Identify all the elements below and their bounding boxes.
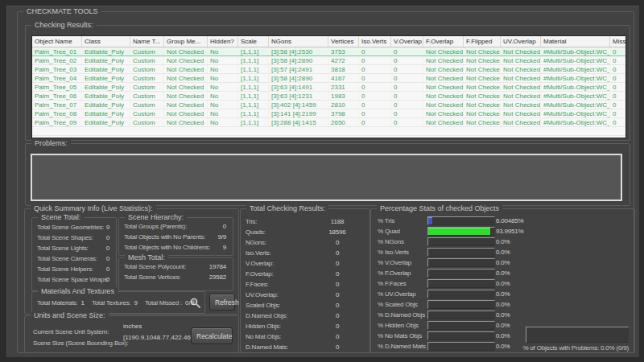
view-missed-button[interactable]: [189, 297, 201, 309]
percentage-bar: [427, 227, 495, 236]
column-header[interactable]: V.Overlap: [391, 36, 423, 47]
table-cell: Not Checked: [423, 101, 464, 109]
table-cell: 0: [610, 47, 627, 56]
stat-row: UV.Overlap:0: [241, 290, 369, 301]
column-header[interactable]: Class: [82, 36, 130, 47]
table-cell: Custom: [130, 118, 164, 127]
table-cell: 0: [359, 56, 391, 65]
table-cell: 0: [610, 65, 627, 74]
column-header[interactable]: Object Name: [32, 36, 82, 47]
column-header[interactable]: Hidden?: [208, 36, 238, 47]
percentage-bar: [427, 279, 495, 288]
mesh-total-group: Mesh Total: Total Scene Polycount:19784T…: [118, 257, 233, 291]
table-row[interactable]: Palm_Tree_05Editable_PolyCustomNot Check…: [32, 83, 626, 92]
problems-listbox[interactable]: [31, 154, 622, 201]
percentage-row: % F.Faces0.0%: [371, 278, 564, 289]
stat-value: 0: [320, 343, 355, 351]
table-cell: 0: [359, 74, 391, 83]
table-cell: Not Checked: [501, 92, 541, 101]
stat-row: Scaled Objs:0: [241, 301, 369, 311]
stat-label: Scaled Objs:: [246, 302, 280, 309]
table-cell: Not Checked: [164, 92, 208, 101]
stat-value: 0: [320, 270, 355, 278]
percentage-label: % F.Overlap: [378, 269, 411, 277]
stat-label: Total Groups (Parents):: [124, 223, 187, 230]
percentage-value: 0.0%: [496, 322, 510, 329]
column-header[interactable]: Vertices: [328, 36, 359, 47]
column-header[interactable]: Material: [541, 36, 610, 47]
table-cell: Not Checked: [423, 83, 464, 92]
table-cell: Not Checked: [464, 56, 501, 65]
column-header[interactable]: Name T...: [130, 36, 164, 47]
column-header[interactable]: Group Me...: [164, 36, 208, 47]
table-cell: 0: [359, 83, 391, 92]
percentage-value: 0.0%: [496, 290, 510, 298]
stat-label: V.Overlap:: [246, 260, 274, 267]
table-cell: [1,1,1]: [238, 101, 269, 109]
stat-value: 0: [320, 333, 355, 340]
table-cell: Editable_Poly: [82, 56, 130, 65]
table-row[interactable]: Palm_Tree_06Editable_PolyCustomNot Check…: [32, 92, 626, 101]
table-cell: 0: [359, 47, 391, 56]
stat-label: F.Overlap:: [246, 270, 273, 278]
table-cell: [1,1,1]: [238, 47, 269, 56]
column-header[interactable]: NGons: [269, 36, 328, 47]
percentage-bar: [427, 216, 495, 225]
units-group: Units and Scene Size: Current Scene Unit…: [24, 315, 239, 353]
checkmate-tools-title: CHECKMATE TOOLS: [23, 7, 101, 16]
column-header[interactable]: F.Overlap: [423, 36, 464, 47]
table-cell: [610, 136, 627, 139]
table-cell: 0: [359, 101, 391, 109]
percentage-row: % V.Overlap0.0%: [371, 257, 564, 268]
stat-label: Total Scene Helpers:: [37, 265, 93, 273]
quick-summary-group: Quick Summary Info (Live Statistics): Sc…: [24, 208, 239, 315]
stat-value: 0: [106, 234, 109, 241]
column-header[interactable]: F.Flipped: [464, 36, 501, 47]
table-cell: 0: [391, 56, 423, 65]
table-row[interactable]: Palm_Tree_09Editable_PolyCustomNot Check…: [32, 118, 626, 127]
column-header[interactable]: Missing...: [610, 36, 627, 47]
stat-value: 9/9: [217, 233, 226, 241]
table-cell: [3]:57 [4]:2491: [269, 65, 328, 74]
table-cell: 0: [391, 65, 423, 74]
table-cell: 0: [610, 92, 627, 101]
table-cell: Editable_Poly: [82, 65, 130, 74]
table-row[interactable]: Palm_Tree_03Editable_PolyCustomNot Check…: [32, 65, 626, 74]
refresh-button[interactable]: Refresh: [209, 294, 235, 311]
total-materials-label: Total Materials:: [37, 299, 78, 306]
table-cell: Not Checked: [164, 65, 208, 74]
table-cell: #Multi/Sub-Object:WC_...: [541, 56, 610, 65]
checking-results-table[interactable]: Object NameClassName T...Group Me...Hidd…: [31, 35, 626, 138]
table-cell: 3818: [328, 65, 359, 74]
column-header[interactable]: UV.Overlap: [501, 36, 541, 47]
percentage-label: % NGons: [378, 238, 404, 245]
column-header[interactable]: Scale: [238, 36, 269, 47]
table-row[interactable]: Palm_Tree_08Editable_PolyCustomNot Check…: [32, 109, 626, 118]
table-row[interactable]: Palm_Tree_04Editable_PolyCustomNot Check…: [32, 74, 626, 83]
table-cell: Not Checked: [464, 47, 501, 56]
table-cell: [328, 127, 359, 136]
stat-row: No Mat Objs:0: [241, 332, 369, 343]
stat-label: Total Scene Polycount:: [124, 263, 186, 270]
table-cell: Not Checked: [423, 56, 464, 65]
table-cell: Not Checked: [464, 74, 501, 83]
column-header[interactable]: Iso.Verts: [359, 36, 391, 47]
table-cell: Custom: [130, 56, 164, 65]
table-cell: [82, 136, 130, 139]
stat-row: Total Scene Cameras:0: [32, 254, 116, 265]
stat-value: 18596: [320, 228, 355, 236]
table-cell: [3]:58 [4]:2890: [269, 56, 328, 65]
table-cell: 0: [391, 92, 423, 101]
scene-size-row: Scene Size (Scene Bounding Box): [1190.9…: [33, 334, 129, 348]
table-cell: 0: [391, 74, 423, 83]
percentage-label: % D.Named Mats: [378, 343, 426, 350]
table-cell: Editable_Poly: [82, 109, 130, 118]
recalculate-button[interactable]: Recalculate: [191, 327, 233, 344]
table-cell: [328, 136, 359, 139]
total-materials-value: 1: [81, 299, 85, 306]
stat-row: D.Named Mats:0: [241, 343, 369, 353]
table-row[interactable]: Palm_Tree_02Editable_PolyCustomNot Check…: [32, 56, 626, 65]
table-row[interactable]: Palm_Tree_07Editable_PolyCustomNot Check…: [32, 101, 626, 109]
table-row[interactable]: Palm_Tree_01Editable_PolyCustomNot Check…: [32, 47, 626, 56]
table-cell: 0: [610, 118, 627, 127]
